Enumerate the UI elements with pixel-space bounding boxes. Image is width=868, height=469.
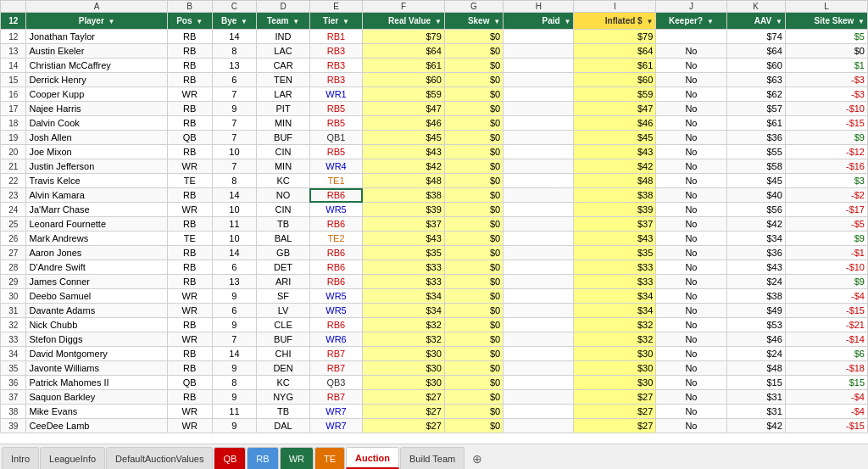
cell-paid[interactable] (504, 318, 574, 332)
cell-team[interactable]: KC (257, 376, 310, 390)
cell-aav[interactable]: $61 (726, 116, 785, 131)
cell-pos[interactable]: RB (167, 145, 212, 159)
cell-bye[interactable]: 11 (212, 217, 257, 232)
cell-team[interactable]: DET (257, 260, 310, 275)
cell-real-value[interactable]: $61 (363, 59, 445, 73)
cell-pos[interactable]: RB (167, 246, 212, 260)
cell-skew[interactable]: $0 (444, 419, 503, 433)
cell-real-value[interactable]: $43 (363, 145, 445, 159)
cell-site-skew[interactable]: $6 (785, 347, 867, 361)
cell-aav[interactable]: $53 (726, 318, 785, 332)
cell-site-skew[interactable]: -$17 (785, 203, 867, 217)
cell-keeper[interactable]: No (656, 289, 726, 304)
cell-skew[interactable]: $0 (444, 232, 503, 246)
cell-skew[interactable]: $0 (444, 304, 503, 318)
cell-bye[interactable]: 13 (212, 59, 257, 73)
cell-player[interactable]: Saquon Barkley (26, 390, 167, 405)
cell-aav[interactable]: $43 (726, 260, 785, 275)
cell-paid[interactable] (504, 361, 574, 376)
col-header-site-skew[interactable]: Site Skew ▼ (785, 13, 867, 30)
cell-paid[interactable] (504, 44, 574, 59)
cell-inflated[interactable]: $59 (574, 87, 656, 102)
cell-bye[interactable]: 10 (212, 203, 257, 217)
filter-arrow-real-value[interactable]: ▼ (435, 18, 442, 25)
cell-aav[interactable]: $56 (726, 203, 785, 217)
cell-site-skew[interactable]: -$15 (785, 419, 867, 433)
cell-aav[interactable]: $24 (726, 347, 785, 361)
cell-paid[interactable] (504, 419, 574, 433)
cell-paid[interactable] (504, 390, 574, 405)
tab-default-auction[interactable]: DefaultAuctionValues (106, 447, 213, 469)
cell-real-value[interactable]: $59 (363, 87, 445, 102)
cell-skew[interactable]: $0 (444, 131, 503, 145)
cell-pos[interactable]: RB (167, 390, 212, 405)
cell-inflated[interactable]: $39 (574, 203, 656, 217)
col-header-skew[interactable]: Skew ▼ (444, 13, 503, 30)
cell-inflated[interactable]: $42 (574, 159, 656, 174)
cell-bye[interactable]: 8 (212, 44, 257, 59)
cell-team[interactable]: IND (257, 30, 310, 44)
cell-player[interactable]: Nick Chubb (26, 318, 167, 332)
cell-site-skew[interactable]: -$10 (785, 260, 867, 275)
tab-leagueinfo[interactable]: LeagueInfo (40, 447, 105, 469)
cell-player[interactable]: James Conner (26, 275, 167, 289)
cell-inflated[interactable]: $30 (574, 347, 656, 361)
filter-arrow-bye[interactable]: ▼ (241, 18, 248, 25)
cell-tier[interactable]: WR5 (309, 289, 362, 304)
cell-pos[interactable]: TE (167, 174, 212, 188)
filter-arrow-inflated[interactable]: ▼ (646, 18, 653, 25)
filter-arrow-player[interactable]: ▼ (108, 18, 115, 25)
cell-aav[interactable]: $31 (726, 390, 785, 405)
cell-site-skew[interactable]: -$5 (785, 217, 867, 232)
cell-tier[interactable]: RB6 (309, 275, 362, 289)
cell-aav[interactable]: $63 (726, 73, 785, 87)
cell-player[interactable]: Leonard Fournette (26, 217, 167, 232)
cell-aav[interactable]: $62 (726, 87, 785, 102)
cell-site-skew[interactable]: -$14 (785, 332, 867, 347)
cell-pos[interactable]: WR (167, 203, 212, 217)
cell-team[interactable]: GB (257, 246, 310, 260)
cell-inflated[interactable]: $34 (574, 289, 656, 304)
cell-team[interactable]: BUF (257, 332, 310, 347)
cell-real-value[interactable]: $35 (363, 246, 445, 260)
cell-player[interactable]: Ja'Marr Chase (26, 203, 167, 217)
cell-site-skew[interactable]: -$2 (785, 188, 867, 203)
cell-site-skew[interactable]: $1 (785, 59, 867, 73)
cell-team[interactable]: DAL (257, 419, 310, 433)
cell-team[interactable]: CLE (257, 318, 310, 332)
cell-team[interactable]: BAL (257, 232, 310, 246)
cell-inflated[interactable]: $43 (574, 145, 656, 159)
cell-player[interactable]: David Montgomery (26, 347, 167, 361)
cell-site-skew[interactable]: $3 (785, 174, 867, 188)
cell-player[interactable]: Patrick Mahomes II (26, 376, 167, 390)
cell-real-value[interactable]: $30 (363, 347, 445, 361)
cell-bye[interactable]: 9 (212, 390, 257, 405)
cell-keeper[interactable]: No (656, 116, 726, 131)
cell-aav[interactable]: $48 (726, 361, 785, 376)
cell-team[interactable]: CAR (257, 59, 310, 73)
cell-keeper[interactable]: No (656, 232, 726, 246)
cell-tier[interactable]: QB1 (309, 131, 362, 145)
cell-real-value[interactable]: $27 (363, 390, 445, 405)
cell-keeper[interactable]: No (656, 376, 726, 390)
cell-player[interactable]: Josh Allen (26, 131, 167, 145)
cell-keeper[interactable]: No (656, 361, 726, 376)
cell-inflated[interactable]: $60 (574, 73, 656, 87)
cell-paid[interactable] (504, 159, 574, 174)
cell-player[interactable]: D'Andre Swift (26, 260, 167, 275)
cell-real-value[interactable]: $46 (363, 116, 445, 131)
cell-tier[interactable]: WR7 (309, 405, 362, 419)
cell-site-skew[interactable]: -$15 (785, 116, 867, 131)
cell-bye[interactable]: 13 (212, 275, 257, 289)
filter-arrow-paid[interactable]: ▼ (564, 18, 570, 25)
cell-skew[interactable]: $0 (444, 246, 503, 260)
cell-skew[interactable]: $0 (444, 347, 503, 361)
cell-tier[interactable]: RB7 (309, 361, 362, 376)
cell-pos[interactable]: RB (167, 30, 212, 44)
col-header-team[interactable]: Team ▼ (257, 13, 310, 30)
col-letter-b[interactable]: B (167, 1, 212, 13)
cell-keeper[interactable]: No (656, 260, 726, 275)
cell-bye[interactable]: 10 (212, 232, 257, 246)
cell-real-value[interactable]: $48 (363, 174, 445, 188)
cell-real-value[interactable]: $43 (363, 232, 445, 246)
